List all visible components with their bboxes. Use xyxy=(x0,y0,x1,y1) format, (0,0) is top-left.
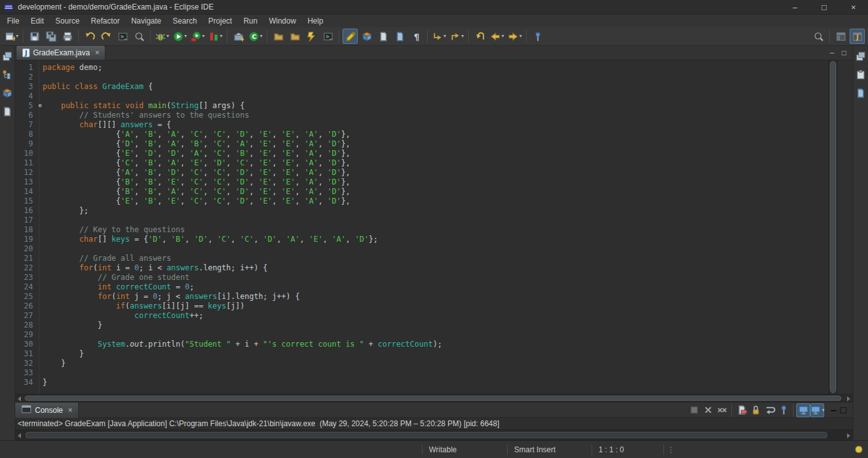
java-perspective-button[interactable]: J xyxy=(850,29,865,44)
menu-window[interactable]: Window xyxy=(263,15,302,27)
menu-run[interactable]: Run xyxy=(238,15,263,27)
scroll-left-icon[interactable] xyxy=(18,396,21,401)
last-edit-location-button[interactable] xyxy=(472,29,487,44)
new-wizard-button-dropdown[interactable]: ▾ xyxy=(16,34,18,39)
back-button[interactable]: ▾ xyxy=(489,29,505,44)
previous-annotation-button[interactable]: ▾ xyxy=(449,29,465,44)
maximize-button[interactable]: □ xyxy=(810,0,839,14)
new-package-button[interactable] xyxy=(359,29,374,44)
menu-search[interactable]: Search xyxy=(167,15,203,27)
pin-editor-button[interactable] xyxy=(530,29,545,44)
save-all-button[interactable] xyxy=(43,29,58,44)
search-button[interactable] xyxy=(304,29,319,44)
left-view-bar xyxy=(0,46,15,440)
menu-source[interactable]: Source xyxy=(50,15,85,27)
new-class-button[interactable]: C▾ xyxy=(247,29,264,44)
terminate-button[interactable] xyxy=(687,403,701,417)
print-button[interactable] xyxy=(60,29,75,44)
open-terminal-button[interactable]: >_ xyxy=(320,29,336,44)
open-element-button[interactable] xyxy=(132,29,147,44)
editor-vscrollbar[interactable] xyxy=(829,60,837,394)
open-task-button[interactable] xyxy=(376,29,391,44)
debug-button[interactable]: ▾ xyxy=(154,29,170,44)
code-line: }; xyxy=(43,206,829,216)
editor-hscrollbar[interactable] xyxy=(15,394,853,402)
run-button-dropdown[interactable]: ▾ xyxy=(184,34,187,39)
open-console-view-button[interactable]: >_ xyxy=(115,29,130,44)
console-hscrollbar-thumb[interactable] xyxy=(25,432,827,438)
menubar: FileEditSourceRefactorNavigateSearchProj… xyxy=(0,15,868,27)
svg-text:J: J xyxy=(855,33,858,41)
tab-close-icon[interactable]: × xyxy=(95,48,99,57)
menu-navigate[interactable]: Navigate xyxy=(125,15,166,27)
next-annotation-button[interactable]: ▾ xyxy=(431,29,447,44)
minimize-editor-button[interactable]: – xyxy=(830,48,834,57)
new-java-project-button[interactable]: + xyxy=(231,29,246,44)
notifications-icon[interactable] xyxy=(852,443,865,456)
menu-refactor[interactable]: Refactor xyxy=(85,15,125,27)
word-wrap-button[interactable] xyxy=(763,403,776,417)
save-button[interactable] xyxy=(27,29,42,44)
menu-project[interactable]: Project xyxy=(203,15,238,27)
minimize-console-button[interactable]: – xyxy=(831,405,836,416)
editor-vscrollbar-thumb[interactable] xyxy=(830,61,836,393)
editor-hscrollbar-thumb[interactable] xyxy=(25,396,841,401)
display-selected-console-button[interactable] xyxy=(796,403,810,417)
external-tools-button[interactable]: ▾ xyxy=(189,29,206,44)
external-javadoc-button[interactable] xyxy=(392,29,407,44)
tab-console[interactable]: Console × xyxy=(15,403,79,418)
tab-gradeexam[interactable]: J GradeExam.java × xyxy=(16,45,105,60)
redo-button[interactable] xyxy=(98,29,114,44)
close-button[interactable]: × xyxy=(839,0,868,14)
snippets-button[interactable] xyxy=(1,105,14,118)
menu-help[interactable]: Help xyxy=(302,15,329,27)
console-tab-close-icon[interactable]: × xyxy=(68,406,72,415)
show-whitespace-button[interactable]: ¶ xyxy=(409,29,424,44)
open-perspective-button[interactable] xyxy=(833,29,848,44)
back-button-dropdown[interactable]: ▾ xyxy=(501,34,504,39)
find-actions-button[interactable] xyxy=(811,29,826,44)
coverage-button-dropdown[interactable]: ▾ xyxy=(220,34,222,39)
statusbar: Writable Smart Insert 1 : 1 : 0 ⋮ xyxy=(0,440,868,458)
next-annotation-button-dropdown[interactable]: ▾ xyxy=(444,34,446,39)
debug-button-dropdown[interactable]: ▾ xyxy=(166,34,169,39)
coverage-button[interactable]: ▾ xyxy=(207,29,224,44)
open-resource-button[interactable] xyxy=(287,29,302,44)
restore-right-views-button[interactable] xyxy=(855,50,867,62)
restore-left-views-button[interactable] xyxy=(1,50,14,62)
menu-edit[interactable]: Edit xyxy=(25,15,50,27)
new-class-button-dropdown[interactable]: ▾ xyxy=(260,34,262,39)
open-type-button[interactable] xyxy=(271,29,286,44)
console-scroll-right-icon[interactable] xyxy=(847,433,850,438)
console-scroll-left-icon[interactable] xyxy=(18,433,21,438)
menu-file[interactable]: File xyxy=(1,15,25,27)
maximize-editor-button[interactable]: □ xyxy=(842,48,846,57)
pin-console-button[interactable] xyxy=(776,403,790,417)
insert-mode-indicator[interactable]: Smart Insert xyxy=(508,445,592,454)
open-console-button[interactable]: ▾ xyxy=(810,403,824,417)
scroll-lock-button[interactable] xyxy=(749,403,763,417)
scroll-right-icon[interactable] xyxy=(847,396,850,401)
previous-annotation-button-dropdown[interactable]: ▾ xyxy=(461,34,464,39)
forward-button-dropdown[interactable]: ▾ xyxy=(519,34,522,39)
code-area[interactable]: package demo;public class GradeExam { pu… xyxy=(39,60,829,394)
type-hierarchy-button[interactable] xyxy=(1,87,14,99)
outline-button[interactable] xyxy=(855,68,867,81)
launch-marker-icon[interactable] xyxy=(37,103,43,109)
new-wizard-button[interactable]: +▾ xyxy=(3,29,20,44)
console-hscrollbar[interactable] xyxy=(15,429,853,440)
clear-console-button[interactable] xyxy=(735,403,749,417)
mark-occurrences-button[interactable] xyxy=(342,29,358,44)
open-console-button-dropdown[interactable]: ▾ xyxy=(822,408,824,413)
remove-launch-button[interactable] xyxy=(701,403,715,417)
package-explorer-button[interactable] xyxy=(1,68,14,81)
run-button[interactable]: ▾ xyxy=(172,29,188,44)
remove-all-launches-button[interactable] xyxy=(715,403,729,417)
external-tools-button-dropdown[interactable]: ▾ xyxy=(202,34,205,39)
maximize-console-button[interactable]: □ xyxy=(840,405,846,416)
line-number: 1 xyxy=(15,63,39,73)
minimize-button[interactable]: – xyxy=(780,0,810,14)
task-list-button[interactable] xyxy=(855,87,867,99)
forward-button[interactable]: ▾ xyxy=(506,29,523,44)
undo-button[interactable] xyxy=(82,29,97,44)
